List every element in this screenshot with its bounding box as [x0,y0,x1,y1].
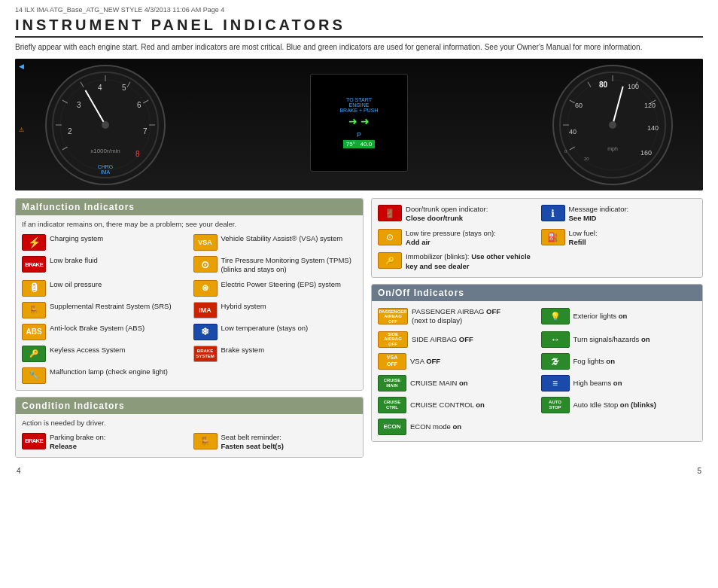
svg-text:140: 140 [647,124,659,132]
on-off-vsa-off: VSAOFF VSA OFF [378,352,533,371]
page-wrapper: 14 ILX IMA ATG_Base_ATG_NEW STYLE 4/3/20… [0,0,718,483]
svg-line-29 [613,87,623,125]
immobilizer-text: Immobilizer (blinks): Use other vehicle … [406,252,533,271]
side-airbag-text: SIDE AIRBAG OFF [412,335,473,344]
on-off-fog: 🌫 Fog lights on [541,352,696,371]
fog-text: Fog lights on [573,357,615,366]
condition-note: Action is needed by driver. [22,419,357,427]
indicator-oil: 🛢 Low oil pressure [22,279,186,298]
cruise-main-text: CRUISE MAIN on [410,379,468,388]
indicator-srs: 🪑 Supplemental Restraint System (SRS) [22,300,186,320]
malfunction-header: Malfunction Indicators [16,199,363,215]
right-info-door: 🚪 Door/trunk open indicator:Close door/t… [378,203,533,225]
on-off-cruise-control: CRUISECTRL CRUISE CONTROL on [378,395,533,415]
side-airbag-icon: SIDEAIRBAGOFF [378,331,408,348]
speedometer-gauge: mph 40 60 80 100 120 140 160 20 0 [552,65,673,185]
indicator-eps: ⊛ Electric Power Steering (EPS) system [193,279,357,298]
exterior-lights-icon: 💡 [541,308,570,324]
right-info-grid: 🚪 Door/trunk open indicator:Close door/t… [372,199,702,277]
svg-point-11 [102,121,109,129]
seatbelt-text: Seat belt reminder:Fasten seat belt(s) [221,433,284,452]
malfunction-section: Malfunction Indicators If an indicator r… [15,198,364,391]
on-off-passenger-airbag: PASSENGERAIRBAGOFF PASSENGER AIRBAG OFF(… [378,306,533,328]
brake-fluid-text: Low brake fluid [50,256,98,265]
main-content: Malfunction Indicators If an indicator r… [15,198,703,464]
low-temp-icon: ❄ [193,324,218,340]
oil-icon: 🛢 [22,280,46,297]
svg-text:x1000r/min: x1000r/min [90,148,120,154]
on-off-cruise-main: CRUISEMAIN CRUISE MAIN on [378,373,533,393]
eps-text: Electric Power Steering (EPS) system [221,280,341,289]
on-off-turn-signals: ↔ Turn signals/hazards on [541,330,696,349]
cruise-main-icon: CRUISEMAIN [378,375,406,391]
door-icon: 🚪 [378,205,402,221]
page-number-right: 5 [697,467,701,475]
right-info-tire: ⊙ Low tire pressure (stays on):Add air [378,227,533,249]
malfunction-grid: ⚡ Charging system VSA Vehicle Stability … [22,233,357,385]
cruise-control-icon: CRUISECTRL [378,397,406,413]
right-info-message: ℹ Message indicator:See MID [541,203,696,225]
indicator-ima: IMA Hybrid system [193,300,357,320]
auto-idle-text: Auto Idle Stop on (blinks) [573,401,656,410]
high-beams-icon: ≡ [541,375,570,391]
vsa-icon: VSA [193,234,218,251]
passenger-airbag-icon: PASSENGERAIRBAGOFF [378,308,408,324]
indicator-tpms: ⊙ Tire Pressure Monitoring System (TPMS)… [193,254,357,276]
tpms-icon: ⊙ [193,256,218,273]
page-subtitle: Briefly appear with each engine start. R… [15,42,703,53]
indicator-check-engine: 🔧 Malfunction lamp (check engine light) [22,366,186,385]
vsa-off-icon: VSAOFF [378,353,406,370]
svg-line-10 [86,90,106,125]
on-off-exterior-lights: 💡 Exterior lights on [541,306,696,328]
on-off-auto-idle: AUTOSTOP Auto Idle Stop on (blinks) [541,395,696,415]
check-engine-icon: 🔧 [22,367,46,384]
auto-idle-icon: AUTOSTOP [541,397,570,413]
right-info-fuel: ⛽ Low fuel:Refill [541,227,696,249]
malfunction-note: If an indicator remains on, there may be… [22,220,357,228]
gauge-area: x1000r/min 2 3 4 5 6 7 8 CHRGIMA TO STAR… [15,59,703,190]
tachometer-gauge: x1000r/min 2 3 4 5 6 7 8 CHRGIMA [45,65,166,185]
on-off-header: On/Off Indicators [372,285,702,301]
indicator-keyless: 🔑 Keyless Access System [22,344,186,364]
page-number-left: 4 [17,467,21,475]
condition-seatbelt: 🪑 Seat belt reminder:Fasten seat belt(s) [193,431,357,453]
svg-text:2: 2 [68,127,72,136]
left-panel: Malfunction Indicators If an indicator r… [15,198,364,464]
indicator-abs: ABS Anti-lock Brake System (ABS) [22,322,186,342]
oil-text: Low oil pressure [50,280,102,289]
tpms-text: Tire Pressure Monitoring System (TPMS) (… [221,256,357,275]
srs-icon: 🪑 [22,302,46,318]
condition-body: Action is needed by driver. BRAKE Parkin… [16,414,363,458]
ima-text: Hybrid system [221,302,266,311]
brake-fluid-icon: BRAKE [22,256,46,273]
check-engine-text: Malfunction lamp (check engine light) [50,367,168,376]
svg-text:8: 8 [135,150,140,158]
condition-section: Condition Indicators Action is needed by… [15,397,364,459]
right-info-immobilizer: 🔑 Immobilizer (blinks): Use other vehicl… [378,251,533,273]
message-text: Message indicator:See MID [569,205,629,224]
parking-brake-text: Parking brake on:Release [50,433,105,452]
on-off-side-airbag: SIDEAIRBAGOFF SIDE AIRBAG OFF [378,330,533,349]
malfunction-body: If an indicator remains on, there may be… [16,215,363,390]
ima-icon: IMA [193,302,218,318]
turn-signals-icon: ↔ [541,331,570,348]
srs-text: Supplemental Restraint System (SRS) [50,302,172,311]
condition-parking-brake: BRAKE Parking brake on:Release [22,431,186,453]
svg-text:20: 20 [584,157,589,161]
svg-text:40: 40 [569,128,577,136]
brake-sys-text: Brake system [221,346,265,355]
on-off-econ: ECON ECON mode on [378,417,533,437]
right-info-section: 🚪 Door/trunk open indicator:Close door/t… [371,198,703,278]
brake-sys-icon: BRAKESYSTEM [193,346,218,362]
abs-text: Anti-lock Brake System (ABS) [50,324,145,333]
svg-point-30 [609,121,616,129]
parking-brake-icon: BRAKE [22,433,46,449]
vsa-text: Vehicle Stability Assist® (VSA) system [221,234,343,243]
svg-text:100: 100 [628,83,639,90]
indicator-brake-sys: BRAKESYSTEM Brake system [193,344,357,364]
svg-text:60: 60 [575,102,583,109]
dashboard-image: x1000r/min 2 3 4 5 6 7 8 CHRGIMA TO STAR… [15,59,703,190]
fog-icon: 🌫 [541,353,570,370]
high-beams-text: High beams on [573,379,622,388]
svg-text:80: 80 [599,81,608,89]
